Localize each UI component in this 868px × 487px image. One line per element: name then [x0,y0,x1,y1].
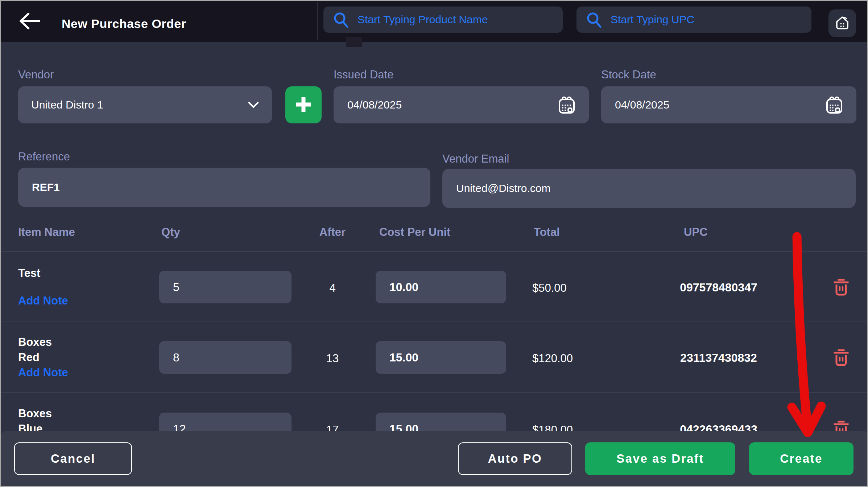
home-button[interactable] [828,9,856,37]
trash-icon [832,363,851,368]
upc-search [576,7,811,33]
add-note-link[interactable]: Add Note [18,365,68,380]
trash-icon [832,292,851,298]
issued-date-label: Issued Date [334,68,393,81]
item-name: Boxes [18,335,68,350]
search-icon [333,11,349,28]
chevron-down-icon [248,101,259,109]
issued-date-field[interactable] [334,86,589,123]
product-search-input[interactable] [357,13,553,26]
new-purchase-order-screen: New Purchase Order [0,0,868,487]
back-button[interactable] [15,11,44,32]
issued-date-input[interactable] [347,98,558,111]
item-name: Test [18,266,68,281]
cost-input[interactable] [389,351,493,365]
vendor-select[interactable]: United Distro 1 [18,86,272,123]
item-name-cell: Test Add Note [18,252,68,322]
action-bar: Cancel Auto PO Save as Draft Create [1,431,868,487]
col-header-upc: UPC [684,226,707,239]
header-divider [317,2,318,40]
qty-input[interactable] [172,351,278,365]
reference-input[interactable] [31,181,417,194]
add-note-link[interactable]: Add Note [18,293,68,308]
stock-date-input[interactable] [614,98,825,111]
vendor-select-value: United Distro 1 [31,99,103,111]
cost-input[interactable] [389,280,493,294]
col-header-qty: Qty [161,226,180,239]
col-header-cost-per-unit: Cost Per Unit [379,226,450,239]
after-value: 13 [309,352,356,365]
reference-label: Reference [18,150,70,163]
col-header-total: Total [534,226,560,239]
qty-field [159,271,292,303]
vendor-email-input[interactable] [455,182,843,195]
auto-po-button[interactable]: Auto PO [458,442,572,475]
cost-field [376,341,506,374]
vendor-email-label: Vendor Email [442,152,509,165]
calendar-icon[interactable] [825,95,843,115]
table-row: Boxes Red Add Note 13 $120.00 2311374308… [1,322,868,392]
search-dropdown-notch [346,37,362,47]
upc-search-input[interactable] [610,13,802,26]
total-value: $50.00 [532,282,567,295]
qty-field [159,341,292,374]
item-name: Boxes [18,406,68,421]
vendor-email-field [442,169,856,208]
reference-field [18,168,430,207]
calendar-icon[interactable] [558,95,576,115]
upc-value: 097578480347 [646,281,791,294]
add-vendor-button[interactable] [285,86,322,123]
save-as-draft-button[interactable]: Save as Draft [585,442,735,475]
col-header-item-name: Item Name [18,226,75,239]
vendor-label: Vendor [18,68,54,81]
product-search [323,7,563,33]
search-icon [586,11,602,28]
page-title: New Purchase Order [62,17,186,31]
item-name-cell: Boxes Red Add Note [18,322,68,393]
cost-field [376,271,506,303]
delete-row-button[interactable] [832,348,851,368]
top-bar: New Purchase Order [1,1,868,42]
total-value: $120.00 [532,352,573,365]
create-button[interactable]: Create [749,442,853,475]
back-arrow-icon [18,12,41,31]
stock-date-label: Stock Date [601,68,656,81]
after-value: 4 [309,282,356,295]
cancel-button[interactable]: Cancel [14,442,132,475]
col-header-after: After [309,226,356,239]
qty-input[interactable] [172,280,278,294]
home-icon [834,15,851,32]
item-name: Red [18,350,68,365]
plus-icon [293,94,314,116]
delete-row-button[interactable] [832,277,851,298]
table-row: Test Add Note 4 $50.00 097578480347 [1,251,868,322]
upc-value: 231137430832 [646,351,791,365]
stock-date-field[interactable] [601,86,856,123]
